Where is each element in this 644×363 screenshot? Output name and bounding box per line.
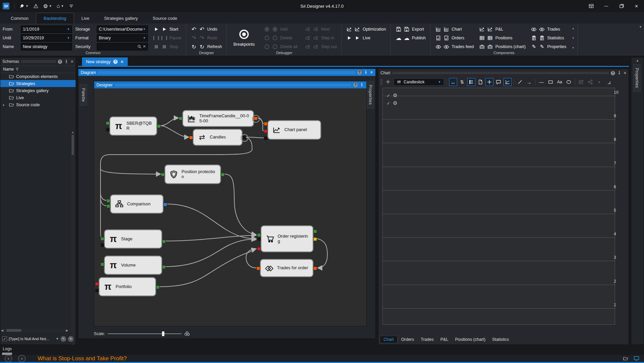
port-black[interactable] — [257, 237, 261, 241]
close-icon[interactable]: ✕ — [370, 70, 373, 75]
close-icon[interactable]: ✕ — [71, 59, 74, 64]
filter-expression[interactable]: [Type] Is Null And Not... — [9, 337, 54, 341]
maximize-icon[interactable] — [614, 0, 629, 12]
ribbon-tab-live[interactable]: Live — [74, 13, 97, 24]
export-button[interactable]: Export — [394, 25, 428, 33]
previous-hint-button[interactable]: ‹ — [5, 355, 12, 362]
field-from-input[interactable]: 1/1/2019▼ — [21, 26, 72, 33]
port-orange[interactable] — [254, 117, 257, 120]
zoom-slider-knob[interactable] — [162, 331, 164, 336]
series-type-combo[interactable]: Candlestick ▼ — [394, 78, 444, 86]
chevron-icon[interactable]: ▾ — [572, 46, 574, 49]
trades-button[interactable]: Trades — [529, 25, 568, 33]
diagram-edge[interactable] — [160, 118, 178, 126]
publish-button[interactable]: ☁☁Publish — [394, 34, 428, 42]
pin-icon[interactable] — [364, 70, 368, 75]
home-help-icon[interactable]: ⌂▼ — [56, 3, 64, 10]
diagram-edge[interactable] — [167, 204, 256, 239]
tree-horizontal-scrollbar[interactable]: ◀ ▶ — [1, 328, 68, 333]
node-orderreg[interactable]: Order registering — [261, 226, 313, 252]
auto-scroll-button[interactable]: ⇅ — [458, 78, 466, 86]
port-green[interactable] — [107, 204, 110, 208]
tab-new-strategy[interactable]: New strategy ? ✕ — [82, 57, 128, 66]
port-black[interactable] — [264, 136, 268, 140]
fit-range-button[interactable]: ↔ — [449, 78, 457, 86]
port-green[interactable] — [100, 263, 104, 266]
crosshair-button[interactable] — [485, 78, 493, 86]
ribbon-tab-backtesting[interactable]: Backtesting — [36, 13, 74, 24]
port-green[interactable] — [221, 173, 225, 176]
scrollbar-thumb[interactable] — [6, 329, 21, 332]
port-orange[interactable] — [256, 267, 260, 270]
warning-icon[interactable]: ⚠ — [33, 3, 38, 10]
pin-icon[interactable] — [64, 59, 69, 64]
undo-button[interactable]: ↶↶Undo — [189, 25, 224, 33]
properties-vertical-tab[interactable]: Properties — [367, 81, 374, 109]
chart-tab-trades[interactable]: Trades — [417, 336, 437, 343]
node-portfolio[interactable]: πPortfolio — [99, 277, 156, 296]
help-icon[interactable]: ? — [357, 70, 362, 75]
port-green[interactable] — [162, 265, 166, 269]
diagram-edge[interactable] — [100, 169, 161, 174]
palette-vertical-tab[interactable]: Palette — [80, 84, 87, 106]
node-tfc[interactable]: TimeFrameCandle__00-05-00 — [183, 110, 254, 127]
clear-filter-icon[interactable]: ✕ — [68, 336, 74, 342]
start-button[interactable]: Start — [151, 25, 183, 33]
chart-tab-positions-chart-[interactable]: Positions (chart) — [452, 336, 489, 343]
sidebar-item-strategies[interactable]: Strategies — [0, 80, 76, 87]
logs-collapse-handle[interactable] — [2, 353, 12, 355]
chart-legend-row[interactable]: ✓⚙ — [387, 100, 397, 106]
chart-tab-orders[interactable]: Orders — [398, 336, 417, 343]
port-black[interactable] — [95, 289, 99, 292]
diagram-edge[interactable] — [246, 137, 264, 138]
filter-funnel-icon[interactable] — [15, 67, 19, 71]
close-icon[interactable]: ✕ — [120, 59, 124, 64]
clear-icon[interactable]: ✕ — [143, 44, 146, 49]
diagram-edge[interactable] — [100, 137, 252, 238]
expander-icon[interactable]: ▸ — [3, 103, 5, 107]
close-icon[interactable]: ✕ — [629, 0, 644, 12]
chart-tab-statistics[interactable]: Statistics — [489, 336, 512, 343]
draw-text-button[interactable]: Aa — [556, 78, 564, 86]
legend-button[interactable] — [467, 78, 475, 86]
port-orange[interactable] — [313, 267, 317, 270]
field-until-input[interactable]: 10/29/2019▼ — [21, 34, 72, 42]
port-green[interactable] — [162, 240, 166, 243]
diagram-edge[interactable] — [225, 174, 256, 235]
port-red[interactable] — [264, 129, 268, 133]
chart-legend-row[interactable]: ✓⚙ — [387, 92, 397, 98]
live-button[interactable]: Live — [345, 34, 388, 42]
chart-tab-chart[interactable]: Chart — [380, 336, 398, 343]
properties-button[interactable]: ✎✎Properties — [529, 43, 568, 51]
annotation-button[interactable] — [494, 78, 502, 86]
port-green[interactable] — [179, 117, 183, 120]
chart-tab-p&l[interactable]: P&L — [437, 336, 452, 343]
settings-gear-icon[interactable]: ⚙▼ — [43, 3, 52, 10]
tree-vertical-scrollbar[interactable]: ▲ ▼ — [71, 131, 75, 363]
ribbon-tab-source-code[interactable]: Source code — [145, 13, 185, 24]
scrollbar-thumb[interactable] — [72, 135, 74, 155]
next-hint-button[interactable]: › — [18, 355, 26, 362]
resize-grip[interactable] — [604, 78, 612, 86]
field-security-input[interactable]: ✕ — [97, 43, 148, 50]
orders-button[interactable]: Orders — [433, 34, 476, 42]
toolbar-drag-handle[interactable] — [380, 79, 383, 85]
help-icon[interactable]: ? — [113, 59, 118, 64]
diagram-edge[interactable] — [100, 193, 106, 200]
chevron-icon[interactable]: ▴ — [572, 27, 574, 30]
diagram-canvas[interactable]: πSBER@TQBRTimeFrameCandle__00-05-00⇄Cand… — [95, 89, 366, 326]
port-black[interactable] — [106, 128, 110, 131]
gear-icon[interactable]: ⚙ — [393, 92, 397, 98]
port-green[interactable] — [156, 285, 160, 289]
close-icon[interactable]: ✕ — [623, 71, 627, 75]
hint-link[interactable]: What is Stop-Loss and Take Profit? — [38, 355, 127, 362]
node-volume[interactable]: πVolume — [104, 256, 162, 275]
port-green[interactable] — [313, 230, 317, 233]
draw-arrow-button[interactable]: → — [525, 78, 533, 86]
panes-icon[interactable] — [583, 0, 599, 12]
field-format-input[interactable]: Binary▼ — [97, 34, 148, 42]
port-green[interactable] — [161, 173, 165, 176]
connection-icon[interactable]: ▼ — [19, 3, 29, 10]
p&l-button[interactable]: P&L — [477, 25, 528, 33]
node-sber[interactable]: πSBER@TQBR — [110, 117, 157, 135]
